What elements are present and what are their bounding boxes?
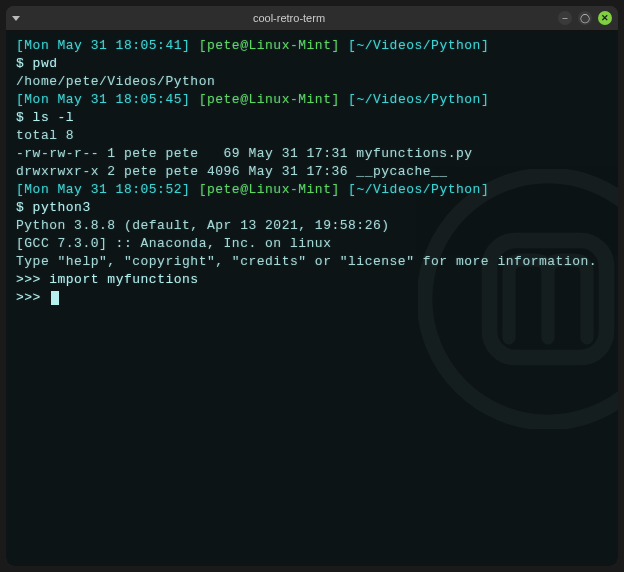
- command-text: import myfunctions: [49, 272, 198, 287]
- prompt-symbol: $: [16, 200, 33, 215]
- output-line: Type "help", "copyright", "credits" or "…: [16, 253, 608, 271]
- prompt-time: [Mon May 31 18:05:41]: [16, 38, 190, 53]
- python-prompt: >>>: [16, 290, 49, 305]
- cursor-block: [51, 291, 59, 305]
- prompt-symbol: $: [16, 56, 33, 71]
- chevron-down-icon: [12, 16, 20, 21]
- output-line: drwxrwxr-x 2 pete pete 4096 May 31 17:36…: [16, 163, 608, 181]
- prompt-line: [Mon May 31 18:05:45] [pete@Linux-Mint] …: [16, 91, 608, 109]
- python-prompt-line: >>> import myfunctions: [16, 271, 608, 289]
- output-line: /home/pete/Videos/Python: [16, 73, 608, 91]
- titlebar-menu[interactable]: [12, 16, 20, 21]
- prompt-path: [~/Videos/Python]: [348, 38, 489, 53]
- command-text: python3: [33, 200, 91, 215]
- output-line: [GCC 7.3.0] :: Anaconda, Inc. on linux: [16, 235, 608, 253]
- prompt-line: [Mon May 31 18:05:52] [pete@Linux-Mint] …: [16, 181, 608, 199]
- command-text: pwd: [33, 56, 58, 71]
- python-prompt: >>>: [16, 272, 49, 287]
- titlebar[interactable]: cool-retro-term – ◯ ✕: [6, 6, 618, 30]
- close-button[interactable]: ✕: [598, 11, 612, 25]
- app-window: cool-retro-term – ◯ ✕ [Mon May 31 18:05:…: [6, 6, 618, 566]
- command-line: $ pwd: [16, 55, 608, 73]
- maximize-button[interactable]: ◯: [578, 11, 592, 25]
- python-prompt-line: >>>: [16, 289, 608, 307]
- command-text: ls -l: [33, 110, 75, 125]
- terminal-area[interactable]: [Mon May 31 18:05:41] [pete@Linux-Mint] …: [6, 30, 618, 566]
- output-line: -rw-rw-r-- 1 pete pete 69 May 31 17:31 m…: [16, 145, 608, 163]
- output-line: total 8: [16, 127, 608, 145]
- prompt-path: [~/Videos/Python]: [348, 92, 489, 107]
- prompt-symbol: $: [16, 110, 33, 125]
- command-line: $ python3: [16, 199, 608, 217]
- prompt-time: [Mon May 31 18:05:45]: [16, 92, 190, 107]
- command-line: $ ls -l: [16, 109, 608, 127]
- minimize-button[interactable]: –: [558, 11, 572, 25]
- prompt-userhost: [pete@Linux-Mint]: [199, 38, 340, 53]
- prompt-time: [Mon May 31 18:05:52]: [16, 182, 190, 197]
- output-line: Python 3.8.8 (default, Apr 13 2021, 19:5…: [16, 217, 608, 235]
- window-title: cool-retro-term: [20, 12, 558, 24]
- prompt-userhost: [pete@Linux-Mint]: [199, 182, 340, 197]
- prompt-path: [~/Videos/Python]: [348, 182, 489, 197]
- prompt-line: [Mon May 31 18:05:41] [pete@Linux-Mint] …: [16, 37, 608, 55]
- prompt-userhost: [pete@Linux-Mint]: [199, 92, 340, 107]
